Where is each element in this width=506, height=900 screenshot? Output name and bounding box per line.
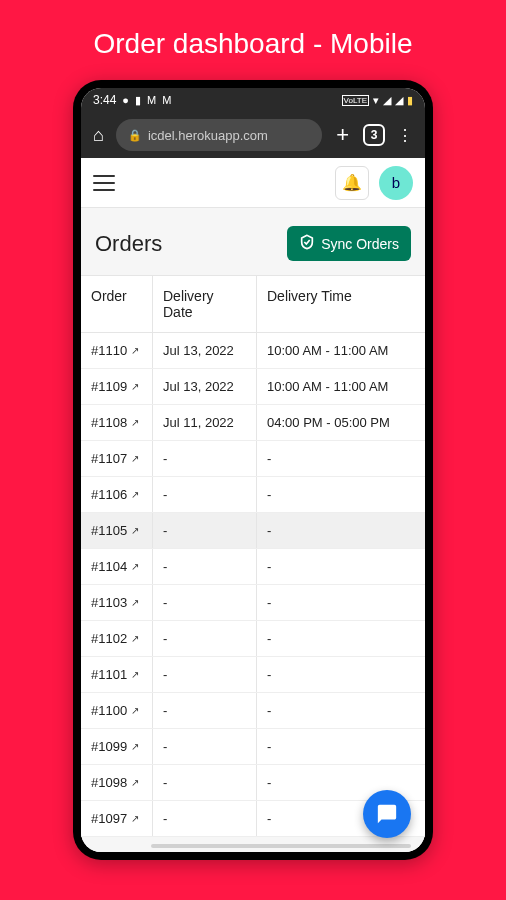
avatar[interactable]: b — [379, 166, 413, 200]
wifi-icon: ▾ — [373, 94, 379, 107]
order-id: #1099 — [91, 739, 127, 754]
order-cell[interactable]: #1097↗ — [81, 801, 153, 836]
shield-check-icon — [299, 234, 315, 253]
order-cell[interactable]: #1108↗ — [81, 405, 153, 440]
table-row[interactable]: #1101↗-- — [81, 657, 425, 693]
external-link-icon: ↗ — [131, 633, 139, 644]
external-link-icon: ↗ — [131, 345, 139, 356]
status-bar: 3:44 ● ▮ M M VoLTE ▾ ◢ ◢ ▮ — [81, 88, 425, 112]
new-tab-button[interactable]: + — [330, 118, 355, 152]
sync-orders-button[interactable]: Sync Orders — [287, 226, 411, 261]
hamburger-menu[interactable] — [93, 175, 115, 191]
bell-icon: 🔔 — [342, 173, 362, 192]
phone-screen: 3:44 ● ▮ M M VoLTE ▾ ◢ ◢ ▮ ⌂ 🔒 icdel.her… — [81, 88, 425, 852]
chat-icon — [376, 803, 398, 825]
date-cell: - — [153, 621, 257, 656]
notifications-button[interactable]: 🔔 — [335, 166, 369, 200]
app-header: 🔔 b — [81, 158, 425, 208]
external-link-icon: ↗ — [131, 777, 139, 788]
lock-icon: 🔒 — [128, 129, 142, 142]
time-cell: - — [257, 621, 425, 656]
page-title: Order dashboard - Mobile — [0, 0, 506, 80]
order-id: #1097 — [91, 811, 127, 826]
time-cell: - — [257, 693, 425, 728]
time-cell: - — [257, 477, 425, 512]
time-cell: - — [257, 549, 425, 584]
table-row[interactable]: #1106↗-- — [81, 477, 425, 513]
avatar-initial: b — [392, 174, 400, 191]
table-row[interactable]: #1110↗Jul 13, 202210:00 AM - 11:00 AM — [81, 333, 425, 369]
table-row[interactable]: #1107↗-- — [81, 441, 425, 477]
browser-menu-button[interactable]: ⋮ — [393, 122, 417, 149]
table-row[interactable]: #1108↗Jul 11, 202204:00 PM - 05:00 PM — [81, 405, 425, 441]
home-icon[interactable]: ⌂ — [89, 121, 108, 150]
chat-fab[interactable] — [363, 790, 411, 838]
orders-table: Order Delivery Date Delivery Time #1110↗… — [81, 275, 425, 837]
order-id: #1102 — [91, 631, 127, 646]
status-left: 3:44 ● ▮ M M — [93, 93, 171, 107]
external-link-icon: ↗ — [131, 453, 139, 464]
signal-icon: ◢ — [395, 94, 403, 107]
mail-icon: M — [162, 94, 171, 106]
date-cell: - — [153, 801, 257, 836]
date-cell: - — [153, 657, 257, 692]
table-row[interactable]: #1103↗-- — [81, 585, 425, 621]
date-cell: - — [153, 693, 257, 728]
order-cell[interactable]: #1100↗ — [81, 693, 153, 728]
status-time: 3:44 — [93, 93, 116, 107]
table-row[interactable]: #1105↗-- — [81, 513, 425, 549]
scroll-indicator — [151, 844, 411, 848]
date-cell: Jul 13, 2022 — [153, 333, 257, 368]
order-cell[interactable]: #1110↗ — [81, 333, 153, 368]
title-row: Orders Sync Orders — [81, 208, 425, 275]
time-cell: 10:00 AM - 11:00 AM — [257, 333, 425, 368]
column-time[interactable]: Delivery Time — [257, 276, 425, 332]
table-header: Order Delivery Date Delivery Time — [81, 276, 425, 333]
table-row[interactable]: #1109↗Jul 13, 202210:00 AM - 11:00 AM — [81, 369, 425, 405]
time-cell: - — [257, 729, 425, 764]
time-cell: - — [257, 441, 425, 476]
external-link-icon: ↗ — [131, 813, 139, 824]
url-bar[interactable]: 🔒 icdel.herokuapp.com — [116, 119, 322, 151]
external-link-icon: ↗ — [131, 489, 139, 500]
order-cell[interactable]: #1105↗ — [81, 513, 153, 548]
order-cell[interactable]: #1099↗ — [81, 729, 153, 764]
order-cell[interactable]: #1102↗ — [81, 621, 153, 656]
external-link-icon: ↗ — [131, 561, 139, 572]
battery-icon: ▮ — [407, 94, 413, 107]
time-cell: - — [257, 585, 425, 620]
time-cell: - — [257, 513, 425, 548]
order-cell[interactable]: #1098↗ — [81, 765, 153, 800]
external-link-icon: ↗ — [131, 669, 139, 680]
order-cell[interactable]: #1109↗ — [81, 369, 153, 404]
order-id: #1104 — [91, 559, 127, 574]
external-link-icon: ↗ — [131, 597, 139, 608]
external-link-icon: ↗ — [131, 525, 139, 536]
table-row[interactable]: #1102↗-- — [81, 621, 425, 657]
time-cell: 10:00 AM - 11:00 AM — [257, 369, 425, 404]
order-id: #1107 — [91, 451, 127, 466]
order-id: #1110 — [91, 343, 127, 358]
date-cell: - — [153, 477, 257, 512]
tabs-button[interactable]: 3 — [363, 124, 385, 146]
date-cell: - — [153, 729, 257, 764]
order-id: #1108 — [91, 415, 127, 430]
order-cell[interactable]: #1107↗ — [81, 441, 153, 476]
order-id: #1106 — [91, 487, 127, 502]
phone-frame: 3:44 ● ▮ M M VoLTE ▾ ◢ ◢ ▮ ⌂ 🔒 icdel.her… — [73, 80, 433, 860]
order-cell[interactable]: #1103↗ — [81, 585, 153, 620]
order-cell[interactable]: #1106↗ — [81, 477, 153, 512]
order-cell[interactable]: #1101↗ — [81, 657, 153, 692]
volte-icon: VoLTE — [342, 95, 369, 106]
order-id: #1103 — [91, 595, 127, 610]
content-area: Orders Sync Orders Order Delivery Date D… — [81, 208, 425, 852]
time-cell: - — [257, 657, 425, 692]
order-id: #1100 — [91, 703, 127, 718]
table-row[interactable]: #1099↗-- — [81, 729, 425, 765]
column-order[interactable]: Order — [81, 276, 153, 332]
table-row[interactable]: #1104↗-- — [81, 549, 425, 585]
table-row[interactable]: #1100↗-- — [81, 693, 425, 729]
signal-icon: ◢ — [383, 94, 391, 107]
order-cell[interactable]: #1104↗ — [81, 549, 153, 584]
column-date[interactable]: Delivery Date — [153, 276, 257, 332]
